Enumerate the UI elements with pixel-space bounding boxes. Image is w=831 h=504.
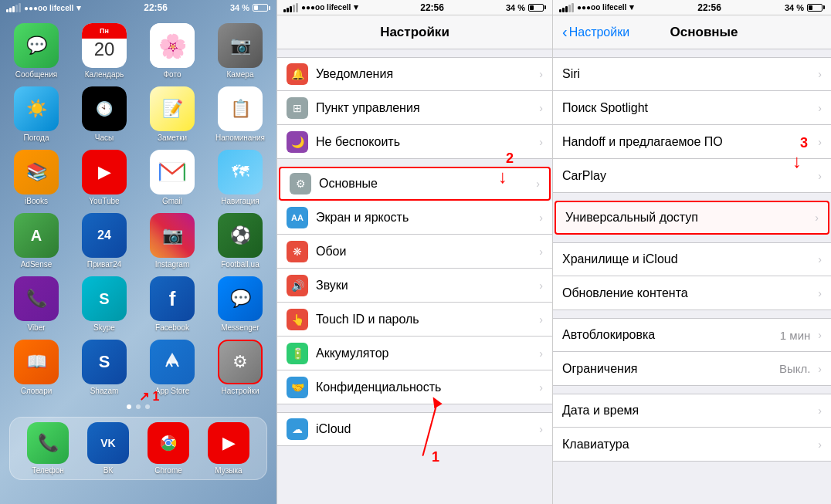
touchid-chevron: › <box>539 313 543 326</box>
app-football[interactable]: ⚽ Football.ua <box>210 213 270 269</box>
facebook-icon[interactable]: f <box>150 276 195 321</box>
settings-row-sounds[interactable]: 🔊 Звуки › <box>277 269 552 303</box>
dock-chrome-icon[interactable] <box>148 422 189 464</box>
settings-row-touchid[interactable]: 👆 Touch ID и пароль › <box>277 303 552 337</box>
privat24-icon[interactable]: 24 <box>82 213 127 258</box>
settings-row-notifications[interactable]: 🔔 Уведомления › <box>277 57 552 91</box>
dock-music[interactable]: ▶ Музыка <box>202 422 255 475</box>
siri-label: Siri <box>562 67 810 81</box>
settings-row-icloud[interactable]: ☁ iCloud › <box>277 412 552 446</box>
settings-row-battery[interactable]: 🔋 Аккумулятор › <box>277 337 552 370</box>
phone-home-screen: ●●●oo lifecell ▾ 22:56 34 % 💬 Сообщения … <box>0 0 276 504</box>
app-adsense[interactable]: A AdSense <box>6 213 66 269</box>
dock-vk-icon[interactable]: VK <box>87 422 129 464</box>
football-icon[interactable]: ⚽ <box>218 213 263 258</box>
battery-label: Аккумулятор <box>316 347 531 360</box>
messenger-label: Messenger <box>214 323 266 332</box>
general-row-autolock[interactable]: Автоблокировка 1 мин › <box>553 318 831 352</box>
app-weather[interactable]: ☀️ Погода <box>6 86 66 142</box>
notes-icon[interactable]: 📝 <box>150 86 195 131</box>
reminders-icon[interactable]: 📋 <box>218 86 263 131</box>
youtube-icon[interactable]: ▶ <box>82 150 127 194</box>
photos-icon[interactable]: 🌸 <box>150 23 195 68</box>
ibooks-icon[interactable]: 📚 <box>14 150 59 194</box>
app-youtube[interactable]: ▶ YouTube <box>74 150 134 205</box>
carrier-label-3: ●●●oo lifecell <box>577 3 626 12</box>
viber-icon[interactable]: 📞 <box>14 276 59 321</box>
back-button[interactable]: ‹ Настройки <box>562 23 629 41</box>
weather-icon[interactable]: ☀️ <box>14 86 59 131</box>
app-clock[interactable]: 🕙 Часы <box>74 86 134 142</box>
general-row-handoff[interactable]: Handoff и предлагаемое ПО › <box>553 125 831 159</box>
app-slovari[interactable]: 📖 Словари <box>6 340 66 395</box>
app-calendar[interactable]: Пн 20 Календарь <box>74 23 134 79</box>
app-appstore[interactable]: App Store <box>142 340 202 395</box>
battery-pct-3: 34 % <box>785 3 804 12</box>
app-messages[interactable]: 💬 Сообщения <box>6 23 66 79</box>
app-camera[interactable]: 📷 Камера <box>210 23 270 79</box>
back-chevron-icon: ‹ <box>562 23 568 41</box>
appstore-icon[interactable] <box>150 340 195 384</box>
general-row-spotlight[interactable]: Поиск Spotlight › <box>553 91 831 125</box>
general-row-carplay[interactable]: CarPlay › <box>553 159 831 193</box>
general-section-2: Универсальный доступ › <box>553 201 831 235</box>
app-skype[interactable]: S Skype <box>74 276 134 332</box>
donotdisturb-label: Не беспокоить <box>316 135 531 149</box>
app-gmail[interactable]: Gmail <box>142 150 202 205</box>
settings-row-privacy[interactable]: 🤝 Конфиденциальность › <box>277 370 552 404</box>
general-row-storage[interactable]: Хранилище и iCloud › <box>553 242 831 276</box>
dock-vk[interactable]: VK ВК <box>82 422 134 475</box>
dock-music-icon[interactable]: ▶ <box>208 422 249 464</box>
app-facebook[interactable]: f Facebook <box>142 276 202 332</box>
dock-phone-icon[interactable]: 📞 <box>27 422 69 464</box>
general-section-4: Автоблокировка 1 мин › Ограничения Выкл.… <box>553 318 831 386</box>
dock-phone[interactable]: 📞 Телефон <box>22 422 74 475</box>
general-row-datetime[interactable]: Дата и время › <box>553 394 831 428</box>
app-settings[interactable]: ⚙ Настройки <box>210 340 270 395</box>
settings-section-2: ⚙ Основные › AA Экран и яркость › ❋ Обои… <box>277 167 552 404</box>
calendar-icon[interactable]: Пн 20 <box>82 23 127 68</box>
shazam-icon[interactable]: S <box>82 340 127 384</box>
settings-icon[interactable]: ⚙ <box>218 340 263 384</box>
app-shazam[interactable]: S Shazam <box>74 340 134 395</box>
app-instagram[interactable]: 📷 Instagram <box>142 213 202 269</box>
slovari-icon[interactable]: 📖 <box>14 340 59 384</box>
app-notes[interactable]: 📝 Заметки <box>142 86 202 142</box>
signal-icon <box>6 3 21 12</box>
clock-icon[interactable]: 🕙 <box>82 86 127 131</box>
instagram-icon[interactable]: 📷 <box>150 213 195 258</box>
carplay-label: CarPlay <box>562 169 810 183</box>
app-ibooks[interactable]: 📚 iBooks <box>6 150 66 205</box>
app-reminders[interactable]: 📋 Напоминания <box>210 86 270 142</box>
camera-icon[interactable]: 📷 <box>218 23 263 68</box>
status-bar-1: ●●●oo lifecell ▾ 22:56 34 % <box>0 0 276 15</box>
app-viber[interactable]: 📞 Viber <box>6 276 66 332</box>
settings-row-general[interactable]: ⚙ Основные › <box>279 167 551 201</box>
general-row-restrictions[interactable]: Ограничения Выкл. › <box>553 352 831 386</box>
gmail-icon[interactable] <box>150 150 195 194</box>
skype-icon[interactable]: S <box>82 276 127 321</box>
settings-row-display[interactable]: AA Экран и яркость › <box>277 201 552 235</box>
general-row-keyboard[interactable]: Клавиатура › <box>553 428 831 462</box>
settings-row-control[interactable]: ⊞ Пункт управления › <box>277 91 552 125</box>
app-maps[interactable]: 🗺 Навигация <box>210 150 270 205</box>
general-row-universal[interactable]: Универсальный доступ › <box>555 201 829 235</box>
siri-chevron: › <box>818 68 822 80</box>
battery-row-icon: 🔋 <box>287 343 308 364</box>
dock-chrome[interactable]: Chrome <box>142 422 195 475</box>
general-section-5: Дата и время › Клавиатура › <box>553 394 831 462</box>
messages-icon[interactable]: 💬 <box>14 23 59 68</box>
messenger-icon[interactable]: 💬 <box>218 276 263 321</box>
general-row-siri[interactable]: Siri › <box>553 57 831 91</box>
settings-title: Настройки <box>380 25 449 40</box>
general-row-bgrefresh[interactable]: Обновление контента › <box>553 276 831 310</box>
app-photos[interactable]: 🌸 Фото <box>142 23 202 79</box>
settings-row-donotdisturb[interactable]: 🌙 Не беспокоить › <box>277 125 552 159</box>
adsense-icon[interactable]: A <box>14 213 59 258</box>
maps-icon[interactable]: 🗺 <box>218 150 263 194</box>
app-privat24[interactable]: 24 Приват24 <box>74 213 134 269</box>
display-icon: AA <box>287 207 308 228</box>
settings-row-wallpaper[interactable]: ❋ Обои › <box>277 235 552 269</box>
carplay-chevron: › <box>818 170 822 182</box>
app-messenger[interactable]: 💬 Messenger <box>210 276 270 332</box>
